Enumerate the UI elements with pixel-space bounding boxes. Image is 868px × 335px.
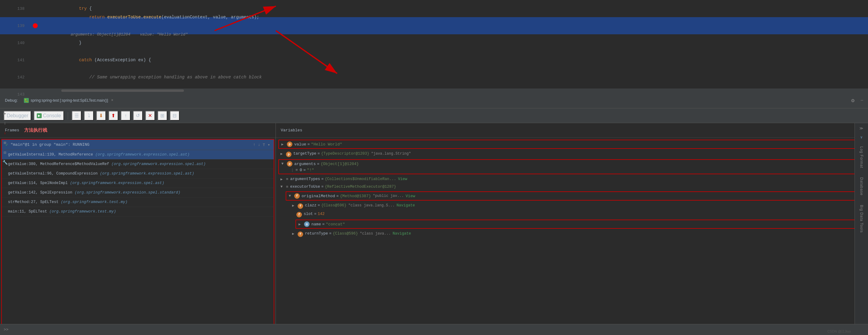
- mute-button[interactable]: ✕: [145, 111, 155, 121]
- restore-button[interactable]: ↺: [133, 111, 143, 121]
- var-targettype-expand[interactable]: ▶: [280, 152, 285, 156]
- var-arguments-row: ▼ p arguments = {Object[1]@1204}: [281, 161, 863, 167]
- var-originalmethod-extra: "public jav...: [373, 194, 404, 198]
- var-originalmethod-expand[interactable]: ▼: [289, 194, 293, 198]
- resume-icon[interactable]: ▶: [1, 110, 8, 117]
- frames-panel: Frames 方法执行栈 ✓ "main"@1 in group "main":…: [0, 123, 276, 335]
- watermark: CSDN @江Jiuo: [827, 329, 851, 334]
- thread-row[interactable]: ✓ "main"@1 in group "main": RUNNING ↑ ↓ …: [2, 140, 274, 150]
- step-over-button[interactable]: ⤵: [84, 111, 94, 121]
- frames-label-cn: 方法执行栈: [24, 127, 47, 133]
- var-clazz-name: clazz: [305, 203, 317, 208]
- big-data-tools-label: Big Data Tools: [858, 202, 865, 235]
- var-arguments-expand[interactable]: ▼: [281, 162, 286, 166]
- step-over-left-icon[interactable]: ↓: [1, 120, 8, 127]
- expand-button[interactable]: >>: [4, 327, 8, 332]
- frames-body: ✓ "main"@1 in group "main": RUNNING ↑ ↓ …: [1, 139, 274, 334]
- stack-frame-2[interactable]: getValueInternal:96, CompoundExpression …: [2, 169, 274, 178]
- var-argumenttypes-expand[interactable]: ▶: [280, 177, 285, 181]
- list-view-button[interactable]: ☰: [72, 111, 82, 121]
- breakpoints-icon[interactable]: ⊞: [1, 139, 8, 146]
- line-number-139: 139: [0, 24, 31, 28]
- horizontal-scrollbar[interactable]: [0, 89, 868, 93]
- log-format-panel[interactable]: Log Format: [856, 142, 867, 172]
- var-returntype-icon: f: [298, 232, 303, 237]
- step-into-button[interactable]: ⬇: [96, 111, 106, 121]
- var-value-expand[interactable]: ▶: [281, 142, 286, 147]
- var-argumenttypes-icon: ≡: [286, 177, 288, 181]
- evaluate-button[interactable]: ⊞: [158, 111, 167, 121]
- variables-header: Variables: [276, 123, 868, 138]
- frame-cls-1: (org.springframework.expression.spel.ast…: [112, 162, 206, 166]
- var-returntype-row: ▶ f returnType = {Class@596} "class java…: [276, 230, 868, 239]
- var-executortouse-icon: ≡: [286, 185, 288, 189]
- var-slot-row: f slot = 142: [276, 210, 868, 219]
- database-label: Database: [858, 175, 865, 198]
- line-number-140: 140: [0, 41, 31, 45]
- var-targettype-val: {TypeDescriptor@1203}: [321, 152, 370, 156]
- var-returntype-expand[interactable]: ▶: [292, 232, 297, 236]
- var-clazz-icon: f: [298, 203, 303, 209]
- frame-fn-2: getValueInternal:96, CompoundExpression: [8, 171, 100, 176]
- expand-collapse-icon[interactable]: ≫: [856, 124, 867, 133]
- var-value-val: "Hello World": [311, 142, 342, 147]
- stack-frame-1[interactable]: getValue:380, MethodReference$MethodValu…: [2, 160, 274, 169]
- var-targettype-type: "java.lang.String": [371, 152, 411, 156]
- line-number-143: 143: [0, 92, 31, 97]
- var-name-icon: ⊞: [304, 222, 310, 227]
- var-clazz-type: "class java.lang.S...: [348, 203, 395, 208]
- thread-filter-icon[interactable]: ⊤: [263, 142, 265, 147]
- var-targettype-name: targetType: [293, 152, 316, 156]
- thread-down-icon[interactable]: ↓: [258, 142, 260, 147]
- var-executortouse-expand[interactable]: ▼: [280, 185, 285, 189]
- run-to-cursor-button[interactable]: ↑: [121, 111, 130, 121]
- var-arguments-0-expand[interactable]: ≡: [296, 168, 298, 172]
- log-format-label: Log Format: [858, 144, 865, 171]
- var-name-expand[interactable]: ▶: [299, 222, 303, 227]
- var-arguments-icon: p: [287, 161, 292, 167]
- stack-frame-6[interactable]: main:11, SpELTest (org.springframework.t…: [2, 207, 274, 216]
- thread-menu-icon[interactable]: ▾: [268, 142, 270, 147]
- variables-panel: Variables ▶ p value = "Hello World" ▶ p …: [276, 123, 868, 335]
- thread-controls: ↑ ↓ ⊤ ▾: [253, 142, 270, 147]
- var-slot-name: slot: [304, 212, 313, 216]
- big-data-tools-panel[interactable]: Big Data Tools: [856, 201, 867, 237]
- database-panel[interactable]: Database: [856, 173, 867, 200]
- frame-cls-4: (org.springframework.expression.spel.sta…: [75, 191, 181, 195]
- scrollbar-thumb[interactable]: [61, 90, 184, 92]
- copy-icon[interactable]: ⊟: [1, 149, 8, 156]
- frame-fn-5: strMethod:27, SpELTest: [8, 200, 61, 204]
- bottom-bar: >>: [0, 324, 868, 335]
- var-returntype-val: {Class@596}: [333, 232, 358, 236]
- console-tab-button[interactable]: ▶ Console: [34, 111, 64, 121]
- var-argumenttypes-link[interactable]: View: [398, 177, 407, 181]
- var-originalmethod-link[interactable]: View: [405, 194, 415, 198]
- stack-frame-5[interactable]: strMethod:27, SpELTest (org.springframew…: [2, 198, 274, 207]
- step-out-button[interactable]: ⬆: [108, 111, 118, 121]
- stack-frame-3[interactable]: getValue:114, SpelNodeImpl (org.springfr…: [2, 178, 274, 188]
- var-name-boxed: ▶ ⊞ name = "concat": [296, 220, 866, 229]
- stack-frame-0[interactable]: getValueInternal:139, MethodReference (o…: [2, 150, 274, 160]
- tool-icon[interactable]: 🔧: [1, 159, 8, 166]
- var-arguments-name: arguments: [294, 162, 316, 166]
- var-arguments-0-name: 0: [300, 168, 302, 172]
- var-originalmethod-val: {Method@1387}: [340, 194, 371, 198]
- var-executortouse-name: executorToUse: [290, 185, 320, 189]
- editor-area: 138 try { 139 return executorToUse.execu…: [0, 0, 868, 89]
- var-clazz-link[interactable]: Navigate: [397, 203, 415, 208]
- var-returntype-link[interactable]: Navigate: [393, 232, 411, 236]
- variables-label: Variables: [281, 128, 302, 133]
- frame-cls-2: (org.springframework.expression.spel.ast…: [100, 171, 194, 176]
- step-into-left-icon[interactable]: ↓: [1, 129, 8, 137]
- var-arguments-0-val: "!": [307, 168, 314, 172]
- var-originalmethod-icon: f: [294, 193, 300, 199]
- var-slot-icon: f: [297, 212, 302, 217]
- gutter-139: [31, 23, 40, 28]
- var-arguments-0-bar: |: [291, 168, 296, 172]
- grid-button[interactable]: ⊟: [170, 111, 180, 121]
- line-number-138: 138: [0, 6, 31, 11]
- expand-icon[interactable]: ∨: [856, 133, 867, 141]
- var-clazz-expand[interactable]: ▶: [292, 203, 297, 208]
- stack-frame-4[interactable]: getValue:142, SpelExpression (org.spring…: [2, 188, 274, 198]
- thread-up-icon[interactable]: ↑: [253, 142, 256, 147]
